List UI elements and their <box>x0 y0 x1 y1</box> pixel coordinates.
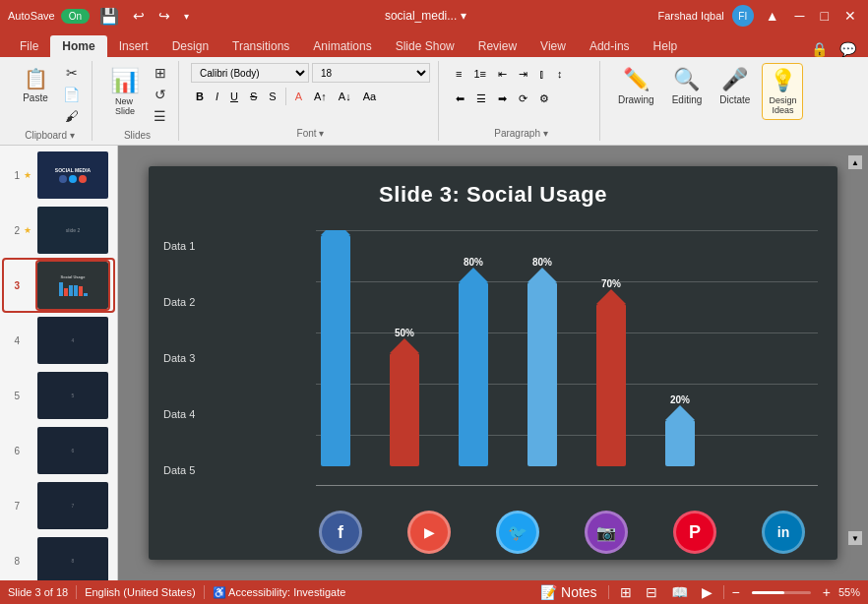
redo-button[interactable]: ↪ <box>155 8 174 24</box>
reading-view-button[interactable]: 📖 <box>668 584 691 600</box>
slide-thumb-3[interactable]: 3 Social Usage <box>4 260 113 311</box>
slide-thumb-7[interactable]: 7 7 <box>4 480 113 531</box>
slideshow-view-button[interactable]: ▶ <box>699 584 715 600</box>
tab-animations[interactable]: Animations <box>301 35 383 57</box>
scroll-up-button[interactable]: ▲ <box>848 155 862 169</box>
new-slide-button[interactable]: 📊 NewSlide <box>104 63 146 120</box>
y-label-4: Data 4 <box>163 408 195 420</box>
italic-button[interactable]: I <box>211 86 223 107</box>
notes-button[interactable]: 📝 Notes <box>537 584 599 600</box>
line-spacing-button[interactable]: ↕ <box>552 63 568 85</box>
text-direction-button[interactable]: ⟳ <box>514 88 532 109</box>
share-button[interactable]: 🔒 <box>807 41 832 57</box>
reset-button[interactable]: ↺ <box>150 85 170 104</box>
zoom-fill <box>752 591 784 594</box>
slide-content-area: ▲ Slide 3: Social Usage Data 1 Data 2 Da… <box>118 146 868 580</box>
slide-thumb-4[interactable]: 4 4 <box>4 315 113 366</box>
svg-text:20%: 20% <box>670 394 690 405</box>
copy-button[interactable]: 📄 <box>59 85 84 104</box>
thumb-image-4: 4 <box>37 317 108 364</box>
autosave-label: AutoSave <box>8 10 55 22</box>
font-label: Font ▾ <box>297 124 325 139</box>
close-button[interactable]: ✕ <box>840 8 860 24</box>
shadow-button[interactable]: S <box>264 86 280 107</box>
ribbon-group-slides: 📊 NewSlide ⊞ ↺ ☰ Slides <box>96 61 179 141</box>
design-ideas-button[interactable]: 💡 DesignIdeas <box>762 63 803 120</box>
dictate-label: Dictate <box>719 94 750 105</box>
save-button[interactable]: 💾 <box>95 7 123 26</box>
align-right-button[interactable]: ➡ <box>493 88 512 109</box>
tab-file[interactable]: File <box>8 35 50 57</box>
editing-button[interactable]: 🔍 Editing <box>666 63 709 109</box>
editing-icon: 🔍 <box>673 67 700 92</box>
slide-canvas[interactable]: Slide 3: Social Usage Data 1 Data 2 Data… <box>149 166 837 560</box>
svg-rect-3 <box>390 353 419 466</box>
tab-review[interactable]: Review <box>466 35 528 57</box>
indent-less-button[interactable]: ⇤ <box>493 63 512 85</box>
indent-more-button[interactable]: ⇥ <box>514 63 532 85</box>
drawing-button[interactable]: ✏️ Drawing <box>612 63 660 109</box>
paste-button[interactable]: 📋 Paste <box>16 63 55 107</box>
scroll-down-button[interactable]: ▼ <box>848 531 862 545</box>
align-center-button[interactable]: ☰ <box>471 88 491 109</box>
autosave-toggle[interactable]: On <box>61 9 90 24</box>
thumb-image-8: 8 <box>37 537 108 580</box>
slide-thumb-2[interactable]: 2 ★ slide 2 <box>4 205 113 256</box>
youtube-icon: ▶ <box>407 511 451 554</box>
y-axis-labels: Data 1 Data 2 Data 3 Data 4 Data 5 <box>163 230 195 486</box>
underline-button[interactable]: U <box>225 86 243 107</box>
tab-view[interactable]: View <box>528 35 578 57</box>
align-left-button[interactable]: ⬅ <box>451 88 469 109</box>
columns-button[interactable]: ⫿ <box>534 63 550 85</box>
maximize-button[interactable]: □ <box>817 8 833 24</box>
ribbon-collapse-button[interactable]: ▲ <box>762 8 783 24</box>
zoom-bar[interactable] <box>752 591 811 594</box>
numbering-button[interactable]: 1≡ <box>468 63 491 85</box>
format-painter-button[interactable]: 🖌 <box>59 106 84 126</box>
tab-home[interactable]: Home <box>50 35 106 57</box>
tab-help[interactable]: Help <box>642 35 690 57</box>
tab-insert[interactable]: Insert <box>107 35 160 57</box>
font-name-select[interactable]: Calibri (Body) <box>191 63 309 83</box>
tab-addins[interactable]: Add-ins <box>578 35 642 57</box>
dictate-button[interactable]: 🎤 Dictate <box>713 63 756 109</box>
title-text: social_medi... ▾ <box>385 9 466 23</box>
slide-count: Slide 3 of 18 <box>8 586 68 598</box>
cut-button[interactable]: ✂ <box>59 63 84 83</box>
slide-thumb-6[interactable]: 6 6 <box>4 425 113 476</box>
decrease-font-button[interactable]: A↓ <box>334 86 356 107</box>
strikethrough-button[interactable]: S <box>245 86 262 107</box>
bold-button[interactable]: B <box>191 86 209 107</box>
section-button[interactable]: ☰ <box>150 106 170 126</box>
thumb-image-2: slide 2 <box>37 207 108 254</box>
convert-smartart-button[interactable]: ⚙ <box>534 88 554 109</box>
tab-transitions[interactable]: Transitions <box>220 35 301 57</box>
slide-thumb-5[interactable]: 5 5 <box>4 370 113 421</box>
zoom-out-button[interactable]: − <box>732 584 740 600</box>
ribbon-group-clipboard: 📋 Paste ✂ 📄 🖌 Clipboard ▾ <box>8 61 93 141</box>
slide-sorter-button[interactable]: ⊟ <box>643 584 660 600</box>
new-slide-icon: 📊 <box>110 67 140 94</box>
bullets-button[interactable]: ≡ <box>451 63 466 85</box>
font-size-select[interactable]: 18 <box>312 63 430 83</box>
increase-font-button[interactable]: A↑ <box>309 86 332 107</box>
zoom-in-button[interactable]: + <box>823 584 831 600</box>
thumb-image-5: 5 <box>37 372 108 419</box>
y-label-2: Data 2 <box>163 296 195 308</box>
slide-thumb-8[interactable]: 8 8 <box>4 535 113 580</box>
tab-design[interactable]: Design <box>160 35 220 57</box>
normal-view-button[interactable]: ⊞ <box>617 584 635 600</box>
slide-title: Slide 3: Social Usage <box>149 166 837 208</box>
design-ideas-icon: 💡 <box>770 68 796 93</box>
minimize-button[interactable]: ─ <box>791 8 809 24</box>
tab-slideshow[interactable]: Slide Show <box>384 35 466 57</box>
slide-thumb-1[interactable]: 1 ★ SOCIAL MEDIA <box>4 150 113 201</box>
quick-access-dropdown[interactable]: ▾ <box>180 11 193 22</box>
social-icons-row: f ▶ 🐦 📷 P in <box>296 511 828 554</box>
font-color-button[interactable]: A <box>290 86 307 107</box>
facebook-icon: f <box>319 511 362 554</box>
layout-button[interactable]: ⊞ <box>150 63 170 83</box>
clear-format-button[interactable]: Aa <box>358 86 381 107</box>
undo-button[interactable]: ↩ <box>129 8 149 24</box>
comments-button[interactable]: 💬 <box>836 41 860 57</box>
